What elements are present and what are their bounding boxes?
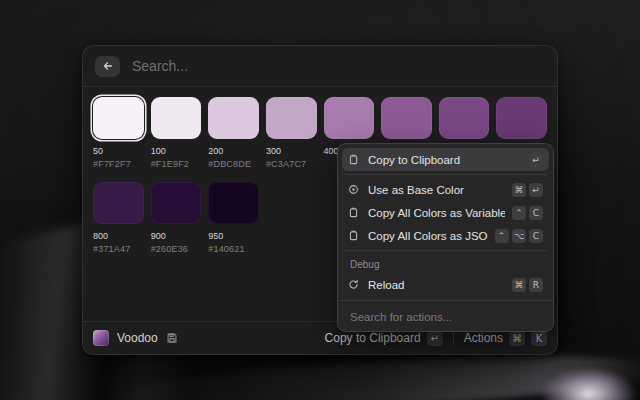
color-swatch[interactable]	[266, 97, 317, 139]
key-badge: ⌘	[512, 183, 526, 197]
swatch-cell: 200#DBC8DE	[208, 97, 259, 169]
swatch-cell: 50#F7F2F7	[93, 97, 144, 169]
menu-item-label: Use as Base Color	[368, 184, 505, 196]
actions-menu: Copy to Clipboard↵Use as Base Color⌘↵Cop…	[337, 143, 554, 332]
swatch-hex: #F1E9F2	[151, 159, 202, 169]
footer-right: Copy to Clipboard ↵ Actions ⌘ K	[325, 330, 547, 346]
swatch-cell: 100#F1E9F2	[151, 97, 202, 169]
color-swatch[interactable]	[93, 182, 144, 224]
swatch-hex: #C3A7C7	[266, 159, 317, 169]
menu-item-label: Copy All Colors as JSON	[368, 230, 488, 242]
key-badge: ↵	[529, 183, 543, 197]
footer-divider	[453, 331, 454, 345]
footer-left: Voodoo	[93, 330, 178, 346]
swatch-cell: 800#371A47	[93, 182, 144, 254]
reload-icon	[348, 279, 361, 290]
menu-search-input[interactable]	[348, 310, 543, 324]
swatch-label: 50	[93, 146, 144, 156]
swatch-hex: #DBC8DE	[208, 159, 259, 169]
back-button[interactable]	[95, 56, 120, 77]
menu-item-label: Copy All Colors as Variable Declara...	[368, 207, 505, 219]
key-badge: C	[529, 206, 543, 220]
menu-item-shortcut: ⌃⌥C	[495, 229, 543, 243]
color-swatch[interactable]	[93, 97, 144, 139]
enter-key-badge: ↵	[427, 330, 443, 346]
search-input[interactable]	[130, 57, 545, 75]
swatch-hex: #140621	[208, 244, 259, 254]
clipboard-icon	[348, 230, 361, 241]
swatch-label: 900	[151, 231, 202, 241]
swatch-label: 200	[208, 146, 259, 156]
menu-items: Copy to Clipboard↵Use as Base Color⌘↵Cop…	[338, 144, 553, 300]
swatch-label: 300	[266, 146, 317, 156]
k-key-badge: K	[531, 330, 547, 346]
menu-item-label: Copy to Clipboard	[368, 154, 522, 166]
menu-search	[338, 300, 553, 331]
swatch-cell: 950#140621	[208, 182, 259, 254]
key-badge: ⌃	[512, 206, 526, 220]
menu-divider	[344, 250, 547, 251]
arrow-left-icon	[102, 60, 114, 72]
color-swatch[interactable]	[381, 97, 432, 139]
color-swatch[interactable]	[496, 97, 547, 139]
actions-button[interactable]: Actions	[464, 331, 503, 345]
save-icon	[166, 332, 178, 344]
extension-name: Voodoo	[117, 331, 158, 345]
voodoo-app-icon	[93, 330, 109, 346]
swatch-cell: 300#C3A7C7	[266, 97, 317, 169]
key-badge: ↵	[529, 153, 543, 167]
menu-divider	[344, 174, 547, 175]
menu-item-shortcut: ⌃C	[512, 206, 543, 220]
menu-item[interactable]: Copy All Colors as JSON⌃⌥C	[342, 224, 549, 247]
swatch-label: 800	[93, 231, 144, 241]
menu-item[interactable]: Reload⌘R	[342, 273, 549, 296]
menu-item-shortcut: ↵	[529, 153, 543, 167]
swatch-hex: #371A47	[93, 244, 144, 254]
desktop: 50#F7F2F7100#F1E9F2200#DBC8DE300#C3A7C74…	[0, 0, 640, 400]
search-bar	[83, 46, 557, 86]
clipboard-icon	[348, 154, 361, 165]
key-badge: C	[529, 229, 543, 243]
swatch-hex: #F7F2F7	[93, 159, 144, 169]
swatch-label: 100	[151, 146, 202, 156]
color-swatch[interactable]	[151, 97, 202, 139]
primary-action-label[interactable]: Copy to Clipboard	[325, 331, 421, 345]
swatch-label: 950	[208, 231, 259, 241]
swatch-cell: 900#260E36	[151, 182, 202, 254]
color-swatch[interactable]	[208, 182, 259, 224]
menu-item-label: Reload	[368, 279, 505, 291]
menu-item-shortcut: ⌘↵	[512, 183, 543, 197]
key-badge: R	[529, 278, 543, 292]
key-badge: ⌘	[512, 278, 526, 292]
key-badge: ⌥	[512, 229, 526, 243]
key-badge: ⌃	[495, 229, 509, 243]
color-swatch[interactable]	[208, 97, 259, 139]
menu-item[interactable]: Copy to Clipboard↵	[342, 148, 549, 171]
color-swatch[interactable]	[324, 97, 375, 139]
base-color-icon	[348, 184, 361, 195]
menu-section-label: Debug	[342, 254, 549, 273]
clipboard-icon	[348, 207, 361, 218]
color-swatch[interactable]	[439, 97, 490, 139]
swatch-hex: #260E36	[151, 244, 202, 254]
menu-item[interactable]: Copy All Colors as Variable Declara...⌃C	[342, 201, 549, 224]
cmd-key-badge: ⌘	[509, 330, 525, 346]
menu-item[interactable]: Use as Base Color⌘↵	[342, 178, 549, 201]
menu-item-shortcut: ⌘R	[512, 278, 543, 292]
color-swatch[interactable]	[151, 182, 202, 224]
